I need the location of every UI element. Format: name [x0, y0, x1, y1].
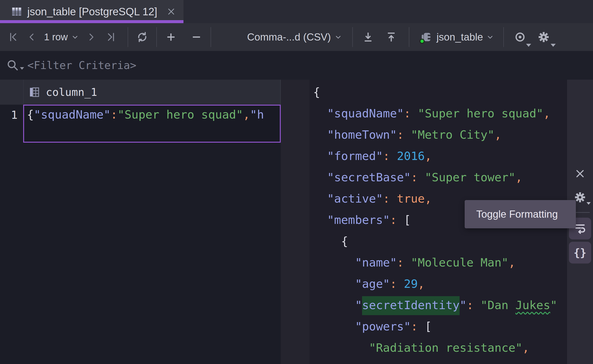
tab-json-table[interactable]: json_table [PostgreSQL 12] [0, 0, 183, 23]
json-code-line: "formed": 2016, [313, 145, 557, 167]
close-editor-button[interactable] [573, 167, 587, 181]
search-icon[interactable] [6, 58, 20, 72]
cell-json-text: {"squadName":"Super hero squad","h [27, 108, 264, 121]
last-page-button[interactable] [100, 26, 121, 48]
json-code-line: "Radiation resistance", [313, 337, 557, 358]
gutter-divider [23, 80, 24, 105]
refresh-icon [136, 31, 149, 44]
toolbar-separator [409, 27, 409, 47]
tab-bar: json_table [PostgreSQL 12] [0, 0, 593, 23]
grid-body[interactable] [0, 105, 281, 364]
previous-page-button[interactable] [23, 26, 41, 48]
view-options-button[interactable] [508, 26, 532, 48]
chevron-right-icon [86, 32, 96, 42]
dropdown-caret [551, 44, 556, 47]
page-size-label: 1 row [44, 32, 68, 43]
json-code-line: "Turning tiny", [313, 358, 557, 364]
toolbar-separator [156, 27, 157, 47]
grid-editor-splitter[interactable] [281, 80, 309, 364]
grid-column-header[interactable]: column_1 [0, 80, 281, 105]
dropdown-caret [586, 202, 591, 205]
export-format-dropdown[interactable]: Comma-...d (CSV) [247, 31, 342, 43]
chevron-down-icon [71, 33, 79, 41]
export-data-button[interactable] [357, 26, 380, 48]
toggle-formatting-button[interactable]: {} [569, 242, 591, 264]
json-code-line: "squadName": "Super hero squad", [313, 103, 557, 124]
active-tab-underline [0, 20, 183, 23]
toolbar: 1 row [0, 23, 593, 51]
data-source-label: json_table [437, 31, 483, 43]
toolbar-separator [503, 27, 504, 47]
chevron-down-icon [334, 33, 342, 41]
search-history-caret [20, 67, 24, 70]
column-icon [28, 86, 41, 99]
column-header-label: column_1 [46, 86, 97, 98]
row-number[interactable]: 1 [0, 108, 18, 121]
database-icon [419, 30, 433, 44]
tooltip-text: Toggle Formatting [476, 208, 558, 220]
json-code-line: "secretBase": "Super tower", [313, 167, 557, 188]
plus-icon [165, 31, 177, 43]
reload-data-button[interactable] [130, 26, 155, 48]
json-code-line: "powers": [ [313, 316, 557, 337]
first-page-icon [8, 32, 19, 43]
close-icon [575, 168, 585, 179]
table-icon [11, 6, 23, 18]
braces-icon: {} [573, 246, 586, 259]
json-code-line: "name": "Molecule Man", [313, 252, 557, 273]
filter-bar: <Filter Criteria> [0, 51, 593, 80]
first-page-button[interactable] [4, 26, 23, 48]
datagrip-data-editor-window: json_table [PostgreSQL 12] 1 row [0, 0, 593, 364]
json-code-line: "secretIdentity": "Dan Jukes" [313, 294, 557, 316]
upload-icon [385, 31, 398, 43]
connection-status-dot [419, 39, 425, 44]
dropdown-caret [526, 44, 531, 47]
tooltip: Toggle Formatting [465, 200, 576, 228]
add-row-button[interactable] [158, 26, 184, 48]
gear-icon [537, 30, 550, 44]
json-code-line: { [313, 231, 557, 252]
selected-cell[interactable]: {"squadName":"Super hero squad","h [23, 105, 281, 143]
tab-title: json_table [PostgreSQL 12] [27, 5, 157, 18]
toolbar-separator [128, 27, 128, 47]
delete-row-button[interactable] [184, 26, 209, 48]
export-format-label: Comma-...d (CSV) [247, 31, 331, 43]
json-code-line: { [313, 82, 557, 103]
data-source-selector[interactable]: json_table [419, 30, 494, 44]
minus-icon [191, 31, 202, 43]
chevron-left-icon [27, 32, 37, 42]
settings-button[interactable] [532, 26, 556, 48]
close-icon[interactable] [166, 6, 176, 17]
json-code-line: "homeTown": "Metro City", [313, 124, 557, 145]
download-icon [362, 31, 374, 43]
import-data-button[interactable] [380, 26, 403, 48]
filter-criteria-input[interactable]: <Filter Criteria> [27, 59, 137, 72]
toolbar-separator [352, 27, 353, 47]
last-page-icon [105, 32, 116, 43]
page-size-dropdown[interactable]: 1 row [44, 32, 79, 43]
json-code-line: "age": 29, [313, 273, 557, 294]
next-page-button[interactable] [82, 26, 100, 48]
chevron-down-icon [486, 33, 494, 41]
toolbar-separator [211, 27, 211, 47]
eye-icon [514, 31, 527, 44]
